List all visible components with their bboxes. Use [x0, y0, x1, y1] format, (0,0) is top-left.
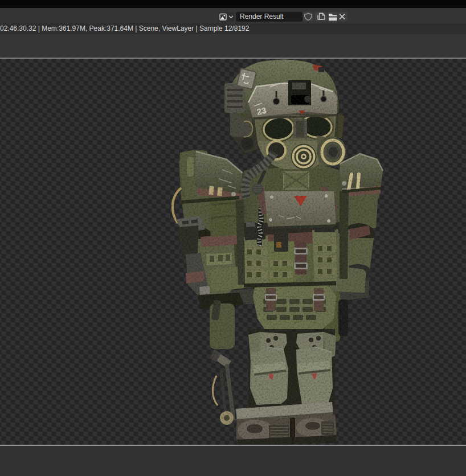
svg-text:23: 23: [256, 105, 267, 117]
